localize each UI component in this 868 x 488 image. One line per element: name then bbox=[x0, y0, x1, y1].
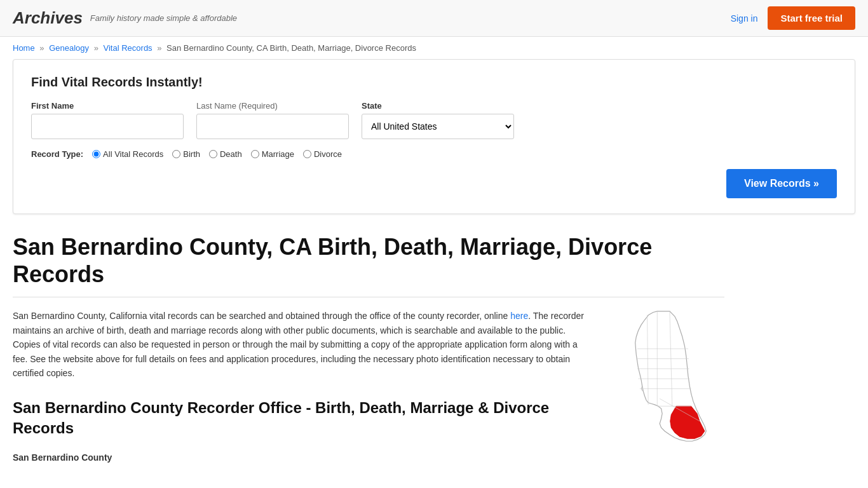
header-right: Sign in Start free trial bbox=[731, 6, 855, 30]
first-name-label: First Name bbox=[31, 101, 184, 111]
content-text: San Bernardino County, California vital … bbox=[13, 309, 591, 464]
california-map bbox=[610, 309, 724, 451]
main-content: San Bernardino County, CA Birth, Death, … bbox=[0, 227, 737, 484]
radio-all-vital[interactable]: All Vital Records bbox=[92, 149, 163, 159]
search-title: Find Vital Records Instantly! bbox=[31, 75, 837, 90]
radio-birth-input[interactable] bbox=[172, 150, 180, 158]
body-here-link[interactable]: here bbox=[510, 311, 528, 321]
svg-line-7 bbox=[648, 315, 649, 405]
breadcrumb: Home » Genealogy » Vital Records » San B… bbox=[0, 37, 868, 59]
breadcrumb-sep-1: » bbox=[39, 43, 44, 53]
radio-death-label: Death bbox=[220, 149, 242, 159]
record-type-label: Record Type: bbox=[31, 149, 83, 159]
radio-marriage[interactable]: Marriage bbox=[251, 149, 294, 159]
radio-all-vital-input[interactable] bbox=[92, 150, 100, 158]
radio-divorce-label: Divorce bbox=[314, 149, 342, 159]
signin-link[interactable]: Sign in bbox=[731, 13, 758, 24]
radio-birth-label: Birth bbox=[183, 149, 200, 159]
header-left: Archives Family history made simple & af… bbox=[13, 8, 237, 28]
breadcrumb-sep-2: » bbox=[94, 43, 98, 53]
search-box: Find Vital Records Instantly! First Name… bbox=[13, 59, 855, 214]
breadcrumb-sep-3: » bbox=[157, 43, 161, 53]
body-paragraph: San Bernardino County, California vital … bbox=[13, 309, 591, 380]
last-name-group: Last Name (Required) bbox=[196, 101, 349, 139]
radio-birth[interactable]: Birth bbox=[172, 149, 200, 159]
last-name-input[interactable] bbox=[196, 114, 349, 139]
ca-map-svg bbox=[610, 309, 724, 449]
search-fields: First Name Last Name (Required) State Al… bbox=[31, 101, 837, 139]
search-actions: View Records » bbox=[31, 169, 837, 198]
breadcrumb-home[interactable]: Home bbox=[13, 43, 35, 53]
county-name: San Bernardino County bbox=[13, 451, 591, 464]
radio-all-vital-label: All Vital Records bbox=[103, 149, 163, 159]
logo-tagline: Family history made simple & affordable bbox=[90, 13, 237, 23]
body-text-1: San Bernardino County, California vital … bbox=[13, 311, 510, 321]
radio-marriage-label: Marriage bbox=[262, 149, 294, 159]
state-select[interactable]: All United States bbox=[362, 114, 514, 139]
content-row: San Bernardino County, California vital … bbox=[13, 309, 724, 464]
view-records-button[interactable]: View Records » bbox=[726, 169, 837, 198]
record-type-row: Record Type: All Vital Records Birth Dea… bbox=[31, 149, 837, 159]
content-divider bbox=[13, 297, 724, 297]
breadcrumb-current: San Bernardino County, CA Birth, Death, … bbox=[166, 43, 416, 53]
first-name-input[interactable] bbox=[31, 114, 184, 139]
breadcrumb-genealogy[interactable]: Genealogy bbox=[49, 43, 89, 53]
start-trial-button[interactable]: Start free trial bbox=[768, 6, 855, 30]
page-title: San Bernardino County, CA Birth, Death, … bbox=[13, 233, 724, 288]
radio-marriage-input[interactable] bbox=[251, 150, 259, 158]
radio-divorce[interactable]: Divorce bbox=[303, 149, 342, 159]
radio-death[interactable]: Death bbox=[209, 149, 242, 159]
section-title: San Bernardino County Recorder Office - … bbox=[13, 398, 591, 437]
breadcrumb-vital-records[interactable]: Vital Records bbox=[104, 43, 153, 53]
radio-divorce-input[interactable] bbox=[303, 150, 311, 158]
first-name-group: First Name bbox=[31, 101, 184, 139]
state-label: State bbox=[362, 101, 514, 111]
last-name-label: Last Name (Required) bbox=[196, 101, 349, 111]
radio-death-input[interactable] bbox=[209, 150, 217, 158]
page-header: Archives Family history made simple & af… bbox=[0, 0, 868, 37]
archives-logo: Archives bbox=[13, 8, 83, 28]
state-group: State All United States bbox=[362, 101, 514, 139]
